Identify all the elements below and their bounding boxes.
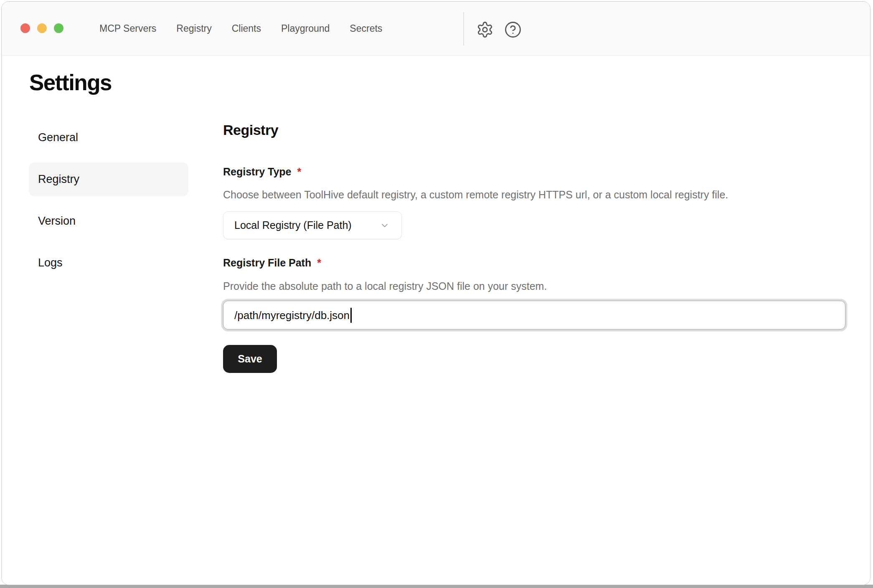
text-caret	[350, 308, 352, 323]
gear-icon	[476, 21, 494, 38]
sidebar-item-registry[interactable]: Registry	[29, 162, 188, 196]
traffic-lights	[20, 23, 63, 33]
sidebar-item-general[interactable]: General	[29, 121, 188, 155]
sidebar-item-logs[interactable]: Logs	[29, 246, 188, 280]
registry-settings-form: Registry Registry Type * Choose between …	[223, 121, 847, 373]
traffic-light-zoom[interactable]	[54, 23, 63, 33]
traffic-light-close[interactable]	[20, 23, 30, 33]
nav-item-secrets[interactable]: Secrets	[350, 24, 382, 33]
required-asterisk: *	[297, 165, 301, 178]
registry-type-select-value: Local Registry (File Path)	[234, 220, 375, 231]
traffic-light-minimize[interactable]	[37, 23, 47, 33]
settings-sidebar: General Registry Version Logs	[29, 121, 188, 288]
registry-type-label-text: Registry Type	[223, 165, 291, 178]
sidebar-item-version[interactable]: Version	[29, 204, 188, 238]
settings-page: Settings General Registry Version Logs R…	[2, 56, 870, 585]
registry-file-path-label-text: Registry File Path	[223, 256, 311, 269]
nav-item-playground[interactable]: Playground	[281, 24, 330, 33]
registry-file-path-input[interactable]: /path/myregistry/db.json	[223, 301, 845, 329]
titlebar-divider	[463, 12, 464, 46]
registry-file-path-label: Registry File Path *	[223, 256, 847, 269]
nav-item-registry[interactable]: Registry	[176, 24, 211, 33]
required-asterisk: *	[317, 256, 321, 269]
help-circle-icon	[504, 21, 522, 38]
registry-file-path-value: /path/myregistry/db.json	[234, 310, 350, 321]
desktop-edge	[0, 585, 873, 588]
titlebar[interactable]: MCP Servers Registry Clients Playground …	[2, 2, 870, 56]
registry-type-description: Choose between ToolHive default registry…	[223, 188, 847, 201]
page-title: Settings	[29, 71, 112, 95]
registry-type-select[interactable]: Local Registry (File Path)	[223, 211, 402, 239]
nav-item-clients[interactable]: Clients	[232, 24, 261, 33]
help-button[interactable]	[503, 20, 523, 39]
save-button[interactable]: Save	[223, 345, 277, 373]
settings-button[interactable]	[475, 20, 495, 39]
section-title: Registry	[223, 121, 847, 139]
nav-item-mcp-servers[interactable]: MCP Servers	[99, 24, 156, 33]
app-window: MCP Servers Registry Clients Playground …	[1, 1, 870, 585]
registry-file-path-description: Provide the absolute path to a local reg…	[223, 280, 847, 292]
chevron-down-icon	[375, 220, 390, 231]
main-nav: MCP Servers Registry Clients Playground …	[99, 2, 382, 56]
registry-type-label: Registry Type *	[223, 165, 847, 178]
